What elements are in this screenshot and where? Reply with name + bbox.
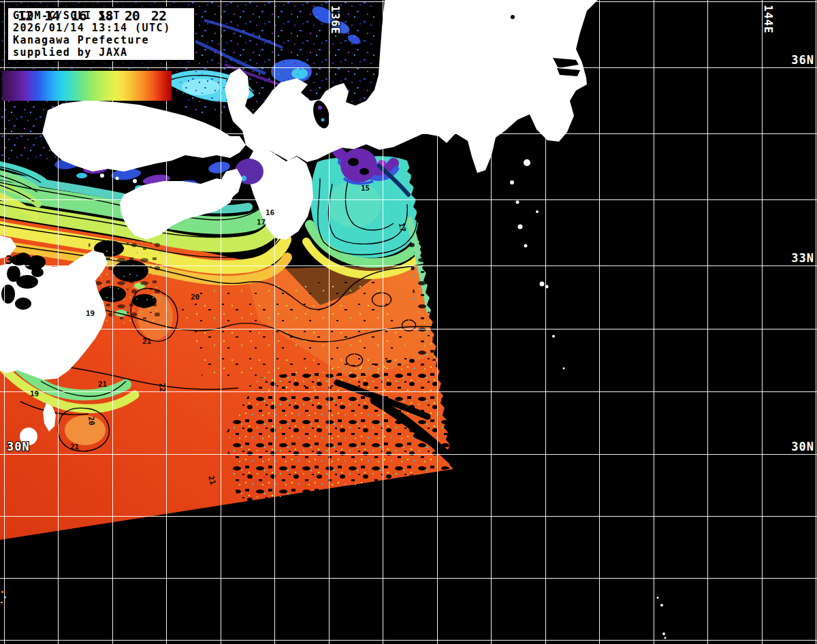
contour-label: 17 <box>257 218 266 227</box>
contour-label: 21 <box>70 442 80 451</box>
ise-bay <box>340 148 377 182</box>
lake-kasumigaura <box>511 15 515 19</box>
contour-label: 17 <box>397 222 407 232</box>
lon-label-144e: 144E <box>762 5 775 34</box>
colorbar-tick: 22 <box>151 7 166 24</box>
contour-label: 19 <box>30 389 39 398</box>
colorbar-tick: 16 <box>71 7 86 24</box>
sst-map-page: 136E 144E 36N 33N 30N 33 30N 15 16 17 17… <box>0 0 817 644</box>
contour-label: 16 <box>266 208 275 217</box>
contour-label: 15 <box>361 184 370 193</box>
lat-label-36n: 36N <box>791 53 814 67</box>
lat-label-30n-left: 30N <box>7 440 30 453</box>
colorbar-tick: 12 <box>18 7 33 24</box>
contour-label: 22 <box>157 383 167 392</box>
contour-label: 21 <box>142 337 152 346</box>
colorbar-gradient <box>2 71 172 101</box>
colorbar-tick: 14 <box>44 7 59 24</box>
credit-line: supplied by JAXA <box>13 46 194 59</box>
lat-label-33n: 33N <box>791 251 814 265</box>
colorbar-tick: 20 <box>125 7 140 24</box>
lat-label-30n: 30N <box>791 440 814 453</box>
contour-label: 20 <box>86 416 96 425</box>
contour-label: 20 <box>191 293 199 302</box>
lon-label-136e: 136E <box>329 5 342 35</box>
contour-label: 19 <box>86 309 95 318</box>
contour-label: 21 <box>98 380 108 389</box>
colorbar-ticks: 12 14 16 18 20 22 <box>18 7 166 24</box>
colorbar-tick: 18 <box>98 7 113 24</box>
region-name: Kanagawa Prefecture <box>13 34 194 46</box>
sst-colorbar <box>2 70 172 101</box>
